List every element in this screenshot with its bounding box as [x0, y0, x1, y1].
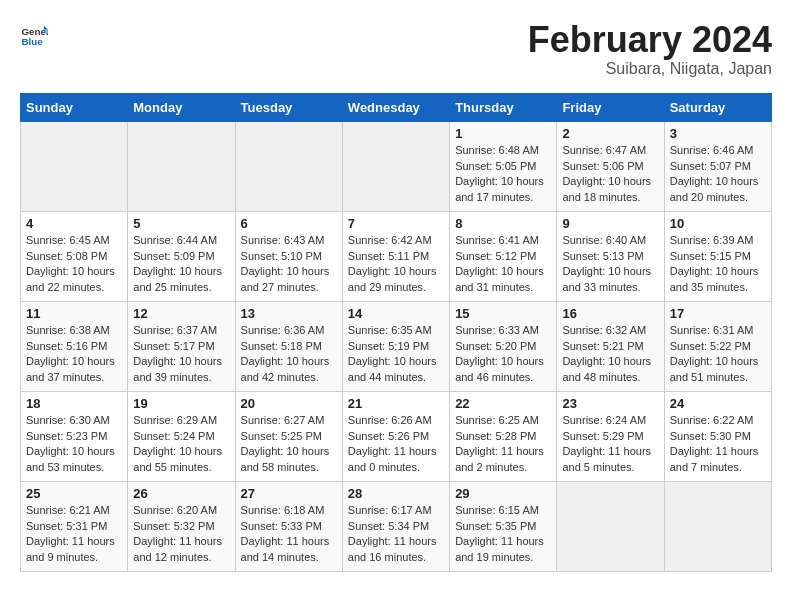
day-number: 13: [241, 306, 337, 321]
calendar-cell: 2Sunrise: 6:47 AMSunset: 5:06 PMDaylight…: [557, 121, 664, 211]
calendar-cell: 15Sunrise: 6:33 AMSunset: 5:20 PMDayligh…: [450, 301, 557, 391]
day-number: 19: [133, 396, 229, 411]
day-info: Sunrise: 6:43 AMSunset: 5:10 PMDaylight:…: [241, 233, 337, 297]
day-info: Sunrise: 6:40 AMSunset: 5:13 PMDaylight:…: [562, 233, 658, 297]
calendar-cell: 23Sunrise: 6:24 AMSunset: 5:29 PMDayligh…: [557, 391, 664, 481]
subtitle: Suibara, Niigata, Japan: [528, 60, 772, 78]
calendar-cell: [128, 121, 235, 211]
calendar-week-4: 18Sunrise: 6:30 AMSunset: 5:23 PMDayligh…: [21, 391, 772, 481]
calendar-cell: [664, 481, 771, 571]
calendar-cell: 24Sunrise: 6:22 AMSunset: 5:30 PMDayligh…: [664, 391, 771, 481]
calendar-cell: 12Sunrise: 6:37 AMSunset: 5:17 PMDayligh…: [128, 301, 235, 391]
calendar-cell: 17Sunrise: 6:31 AMSunset: 5:22 PMDayligh…: [664, 301, 771, 391]
day-number: 2: [562, 126, 658, 141]
day-info: Sunrise: 6:41 AMSunset: 5:12 PMDaylight:…: [455, 233, 551, 297]
calendar-cell: 3Sunrise: 6:46 AMSunset: 5:07 PMDaylight…: [664, 121, 771, 211]
day-number: 28: [348, 486, 444, 501]
day-info: Sunrise: 6:20 AMSunset: 5:32 PMDaylight:…: [133, 503, 229, 567]
calendar-cell: 4Sunrise: 6:45 AMSunset: 5:08 PMDaylight…: [21, 211, 128, 301]
calendar-week-3: 11Sunrise: 6:38 AMSunset: 5:16 PMDayligh…: [21, 301, 772, 391]
day-number: 1: [455, 126, 551, 141]
calendar-cell: [235, 121, 342, 211]
calendar-cell: 22Sunrise: 6:25 AMSunset: 5:28 PMDayligh…: [450, 391, 557, 481]
calendar-cell: 18Sunrise: 6:30 AMSunset: 5:23 PMDayligh…: [21, 391, 128, 481]
day-info: Sunrise: 6:22 AMSunset: 5:30 PMDaylight:…: [670, 413, 766, 477]
calendar-cell: 19Sunrise: 6:29 AMSunset: 5:24 PMDayligh…: [128, 391, 235, 481]
calendar-cell: 6Sunrise: 6:43 AMSunset: 5:10 PMDaylight…: [235, 211, 342, 301]
day-number: 14: [348, 306, 444, 321]
calendar-week-1: 1Sunrise: 6:48 AMSunset: 5:05 PMDaylight…: [21, 121, 772, 211]
day-number: 11: [26, 306, 122, 321]
main-title: February 2024: [528, 20, 772, 60]
day-number: 22: [455, 396, 551, 411]
calendar-cell: 13Sunrise: 6:36 AMSunset: 5:18 PMDayligh…: [235, 301, 342, 391]
page-header: General Blue February 2024 Suibara, Niig…: [20, 20, 772, 78]
title-block: February 2024 Suibara, Niigata, Japan: [528, 20, 772, 78]
calendar-cell: 27Sunrise: 6:18 AMSunset: 5:33 PMDayligh…: [235, 481, 342, 571]
day-info: Sunrise: 6:32 AMSunset: 5:21 PMDaylight:…: [562, 323, 658, 387]
day-number: 3: [670, 126, 766, 141]
header-monday: Monday: [128, 93, 235, 121]
day-number: 21: [348, 396, 444, 411]
day-number: 6: [241, 216, 337, 231]
day-number: 27: [241, 486, 337, 501]
day-number: 16: [562, 306, 658, 321]
calendar-table: SundayMondayTuesdayWednesdayThursdayFrid…: [20, 93, 772, 572]
day-info: Sunrise: 6:44 AMSunset: 5:09 PMDaylight:…: [133, 233, 229, 297]
day-info: Sunrise: 6:21 AMSunset: 5:31 PMDaylight:…: [26, 503, 122, 567]
calendar-cell: 16Sunrise: 6:32 AMSunset: 5:21 PMDayligh…: [557, 301, 664, 391]
calendar-cell: 11Sunrise: 6:38 AMSunset: 5:16 PMDayligh…: [21, 301, 128, 391]
header-wednesday: Wednesday: [342, 93, 449, 121]
logo: General Blue: [20, 20, 48, 48]
calendar-week-5: 25Sunrise: 6:21 AMSunset: 5:31 PMDayligh…: [21, 481, 772, 571]
day-info: Sunrise: 6:35 AMSunset: 5:19 PMDaylight:…: [348, 323, 444, 387]
day-info: Sunrise: 6:26 AMSunset: 5:26 PMDaylight:…: [348, 413, 444, 477]
calendar-cell: [342, 121, 449, 211]
day-info: Sunrise: 6:25 AMSunset: 5:28 PMDaylight:…: [455, 413, 551, 477]
day-number: 18: [26, 396, 122, 411]
calendar-cell: 5Sunrise: 6:44 AMSunset: 5:09 PMDaylight…: [128, 211, 235, 301]
day-info: Sunrise: 6:46 AMSunset: 5:07 PMDaylight:…: [670, 143, 766, 207]
day-info: Sunrise: 6:27 AMSunset: 5:25 PMDaylight:…: [241, 413, 337, 477]
calendar-cell: 20Sunrise: 6:27 AMSunset: 5:25 PMDayligh…: [235, 391, 342, 481]
calendar-cell: 1Sunrise: 6:48 AMSunset: 5:05 PMDaylight…: [450, 121, 557, 211]
svg-text:Blue: Blue: [21, 36, 43, 47]
header-friday: Friday: [557, 93, 664, 121]
day-number: 15: [455, 306, 551, 321]
calendar-header-row: SundayMondayTuesdayWednesdayThursdayFrid…: [21, 93, 772, 121]
day-info: Sunrise: 6:30 AMSunset: 5:23 PMDaylight:…: [26, 413, 122, 477]
day-number: 24: [670, 396, 766, 411]
day-number: 8: [455, 216, 551, 231]
day-info: Sunrise: 6:17 AMSunset: 5:34 PMDaylight:…: [348, 503, 444, 567]
calendar-cell: 29Sunrise: 6:15 AMSunset: 5:35 PMDayligh…: [450, 481, 557, 571]
day-info: Sunrise: 6:45 AMSunset: 5:08 PMDaylight:…: [26, 233, 122, 297]
day-number: 20: [241, 396, 337, 411]
calendar-cell: 8Sunrise: 6:41 AMSunset: 5:12 PMDaylight…: [450, 211, 557, 301]
day-info: Sunrise: 6:18 AMSunset: 5:33 PMDaylight:…: [241, 503, 337, 567]
calendar-cell: 14Sunrise: 6:35 AMSunset: 5:19 PMDayligh…: [342, 301, 449, 391]
calendar-week-2: 4Sunrise: 6:45 AMSunset: 5:08 PMDaylight…: [21, 211, 772, 301]
day-info: Sunrise: 6:38 AMSunset: 5:16 PMDaylight:…: [26, 323, 122, 387]
day-number: 29: [455, 486, 551, 501]
day-number: 23: [562, 396, 658, 411]
calendar-cell: 21Sunrise: 6:26 AMSunset: 5:26 PMDayligh…: [342, 391, 449, 481]
calendar-cell: 9Sunrise: 6:40 AMSunset: 5:13 PMDaylight…: [557, 211, 664, 301]
day-info: Sunrise: 6:33 AMSunset: 5:20 PMDaylight:…: [455, 323, 551, 387]
day-number: 5: [133, 216, 229, 231]
day-number: 4: [26, 216, 122, 231]
day-info: Sunrise: 6:15 AMSunset: 5:35 PMDaylight:…: [455, 503, 551, 567]
day-info: Sunrise: 6:48 AMSunset: 5:05 PMDaylight:…: [455, 143, 551, 207]
calendar-cell: 26Sunrise: 6:20 AMSunset: 5:32 PMDayligh…: [128, 481, 235, 571]
calendar-cell: 7Sunrise: 6:42 AMSunset: 5:11 PMDaylight…: [342, 211, 449, 301]
header-tuesday: Tuesday: [235, 93, 342, 121]
day-info: Sunrise: 6:37 AMSunset: 5:17 PMDaylight:…: [133, 323, 229, 387]
day-number: 9: [562, 216, 658, 231]
day-number: 17: [670, 306, 766, 321]
day-number: 12: [133, 306, 229, 321]
day-info: Sunrise: 6:36 AMSunset: 5:18 PMDaylight:…: [241, 323, 337, 387]
day-info: Sunrise: 6:24 AMSunset: 5:29 PMDaylight:…: [562, 413, 658, 477]
day-info: Sunrise: 6:47 AMSunset: 5:06 PMDaylight:…: [562, 143, 658, 207]
day-info: Sunrise: 6:42 AMSunset: 5:11 PMDaylight:…: [348, 233, 444, 297]
calendar-cell: [21, 121, 128, 211]
day-info: Sunrise: 6:31 AMSunset: 5:22 PMDaylight:…: [670, 323, 766, 387]
